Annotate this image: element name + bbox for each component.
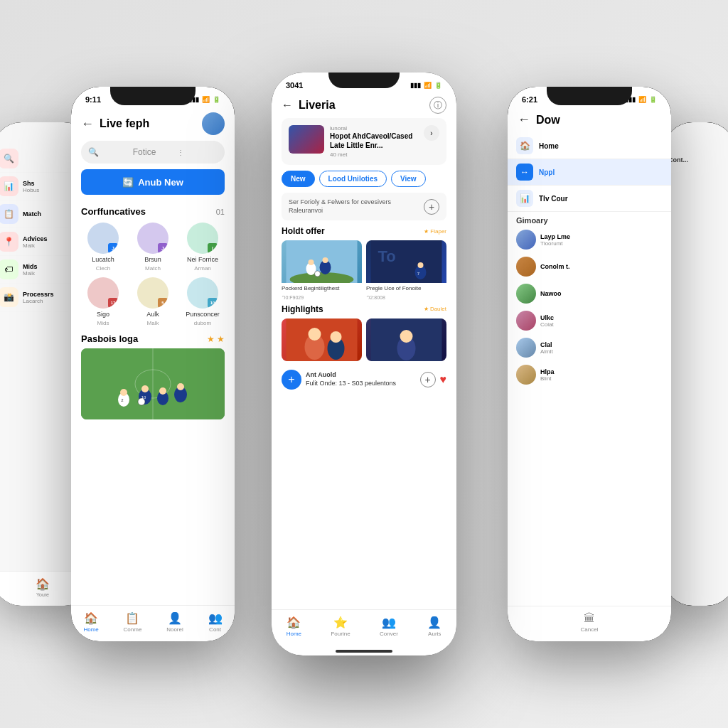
add-button-3[interactable]: + xyxy=(282,370,301,390)
section-header-2a: Corffuncatives 01 xyxy=(71,202,235,220)
contact-1[interactable]: J Lucatch Clech xyxy=(81,223,125,272)
add-action-3[interactable]: + xyxy=(420,372,436,387)
heart-icon-3[interactable]: ♥ xyxy=(440,373,447,386)
nav-label-home-3: Home xyxy=(287,631,301,637)
blue-button-2[interactable]: 🔄 Anub New xyxy=(81,169,225,195)
tab-lood-3[interactable]: Lood Uniloties xyxy=(319,171,387,187)
p4-sub-4: Colat xyxy=(540,321,554,328)
contact-avatar-5: 5 xyxy=(137,277,168,309)
bottom-nav-2: 🏠 Home 📋 Conme 👤 Noorel 👥 Cont xyxy=(71,605,235,641)
news-image-3a xyxy=(282,240,362,283)
contact-name-5: Aulk xyxy=(146,311,159,318)
news-card-3b[interactable]: To 7 Pregle Uce of Fonoite Q2:8008 xyxy=(366,240,446,299)
svg-point-20 xyxy=(315,271,321,277)
follow-text-3: Ser Forioly & Felwers for cevesivers Ral… xyxy=(289,198,419,215)
p4-contact-5[interactable]: Clal Almlt xyxy=(508,334,671,361)
list-label: Shs xyxy=(23,180,39,187)
p4-contact-1[interactable]: Layp Lme Tloorumt xyxy=(508,226,671,253)
highlight-card-3b[interactable] xyxy=(366,318,446,361)
contact-5[interactable]: 5 Aulk Malk xyxy=(131,277,175,326)
auris-icon-3: 👤 xyxy=(427,616,441,629)
svg-point-30 xyxy=(331,331,342,343)
nav-label-conme-2: Conme xyxy=(124,626,142,633)
nav-cont-2[interactable]: 👥 Cont xyxy=(208,611,223,633)
p4-avatar-1 xyxy=(516,230,536,250)
menu-tlv-label-4: Tlv Cour xyxy=(539,195,568,203)
home-icon-2: 🏠 xyxy=(84,611,98,625)
nav-fourine-3[interactable]: ⭐ Fourine xyxy=(331,616,350,637)
header-title-2: Live feph xyxy=(100,117,196,130)
svg-point-33 xyxy=(400,330,413,343)
contact-name-1: Lucatch xyxy=(92,256,114,263)
main-scene: 🔍 📊 Shs Hobus 📋 Match 📍 xyxy=(0,0,728,728)
highlight-card-3a[interactable] xyxy=(282,318,362,361)
contact-sub-3: Arman xyxy=(194,265,211,272)
nav-home[interactable]: 🏠 Youre xyxy=(36,577,50,597)
p4-contact-3[interactable]: Nawoo xyxy=(508,280,671,307)
contact-badge-6: 10 xyxy=(208,298,218,308)
list-label-4: Mids xyxy=(23,263,38,270)
nav-conme-2[interactable]: 📋 Conme xyxy=(124,611,142,633)
search-placeholder-2: Fotice xyxy=(133,147,173,157)
contact-badge-3: I xyxy=(208,243,218,253)
svg-point-8 xyxy=(159,387,166,395)
nav-auris-3[interactable]: 👤 Auris xyxy=(427,616,441,637)
contact-4[interactable]: 17 Sigo Mids xyxy=(81,277,125,326)
header-title-3: Liveria xyxy=(299,99,424,112)
hot-offers-title-3: Holdt offer xyxy=(282,226,325,236)
tab-row-3: New Lood Uniloties View xyxy=(272,171,456,193)
back-button-4[interactable]: ← xyxy=(518,112,530,127)
featured-card-3[interactable]: lunoral Hopot AhdCaveol/Cased Late Littl… xyxy=(282,118,446,165)
hot-offers-tag-3: ★ Flaper xyxy=(424,228,446,235)
follow-row-3: Ser Forioly & Felwers for cevesivers Ral… xyxy=(282,193,446,220)
p4-name-2: Conolm t. xyxy=(540,263,570,270)
nav-label-home-2: Home xyxy=(83,626,98,633)
nav-cancel-4[interactable]: 🏛 Cancel xyxy=(581,612,599,633)
soccer-image: 10 2 xyxy=(81,348,225,419)
p4-sub-6: Blint xyxy=(540,375,555,382)
p4-contact-6[interactable]: Hlpa Blint xyxy=(508,361,671,388)
search-bar-2[interactable]: 🔍 Fotice ⋮ xyxy=(81,141,225,164)
phone-5: Cont... xyxy=(664,122,728,606)
contact-3[interactable]: I Nei Forrice Arman xyxy=(181,223,225,272)
back-button-2[interactable]: ← xyxy=(81,117,94,132)
bottom-nav-3: 🏠 Home ⭐ Fourine 👥 Conver 👤 Auris xyxy=(272,609,456,646)
menu-tlv-4[interactable]: 📊 Tlv Cour xyxy=(508,186,671,212)
section-title-2a: Corffuncatives xyxy=(81,206,146,217)
featured-source-3: lunoral xyxy=(330,125,418,132)
news-caption-3b: Pregle Uce of Fonoite xyxy=(366,283,446,294)
news-card-3a[interactable]: Pockerd Begintiligthest Q0:F9029 xyxy=(282,240,362,299)
featured-chevron-3[interactable]: › xyxy=(424,125,439,141)
notch-2 xyxy=(110,87,196,105)
contact-avatar-3: I xyxy=(187,223,218,254)
header-3: ← Liveria ⓘ xyxy=(272,92,456,118)
nav-noorel-2[interactable]: 👤 Noorel xyxy=(166,611,183,633)
p4-contact-4[interactable]: Ulkc Colat xyxy=(508,307,671,334)
contact-2[interactable]: J Brsun Match xyxy=(131,223,175,272)
blue-button-label-2: Anub New xyxy=(138,177,183,188)
nav-conver-3[interactable]: 👥 Conver xyxy=(380,616,398,637)
menu-nppl-4[interactable]: ↔ Nppl xyxy=(508,159,671,186)
contact-avatar-2: J xyxy=(137,223,168,254)
p4-avatar-2 xyxy=(516,257,536,277)
time-4: 6:21 xyxy=(522,95,537,104)
menu-home-4[interactable]: 🏠 Home xyxy=(508,133,671,159)
list-sub-5: Lacarch xyxy=(23,298,54,304)
nav-home-3[interactable]: 🏠 Home xyxy=(287,616,301,637)
nav-home-2[interactable]: 🏠 Home xyxy=(83,611,98,633)
p4-name-5: Clal xyxy=(540,341,553,348)
news-image-row-3: Pockerd Begintiligthest Q0:F9029 To 7 xyxy=(282,240,446,299)
header-4: ← Dow xyxy=(508,107,671,133)
plus-button-3[interactable]: + xyxy=(424,199,439,215)
hot-offers-section-3: Holdt offer ★ Flaper xyxy=(272,226,456,304)
back-button-3[interactable]: ← xyxy=(282,99,293,112)
list-icon-5: 📸 xyxy=(0,287,18,307)
tab-new-3[interactable]: New xyxy=(282,171,315,187)
p4-contact-2[interactable]: Conolm t. xyxy=(508,253,671,280)
svg-point-17 xyxy=(309,259,314,265)
news-caption-3a: Pockerd Begintiligthest xyxy=(282,283,362,294)
featured-time-3: 40 met xyxy=(330,151,418,158)
info-button-3[interactable]: ⓘ xyxy=(429,97,446,114)
tab-view-3[interactable]: View xyxy=(391,171,426,187)
contact-6[interactable]: 10 Punsconcer dubom xyxy=(181,277,225,326)
